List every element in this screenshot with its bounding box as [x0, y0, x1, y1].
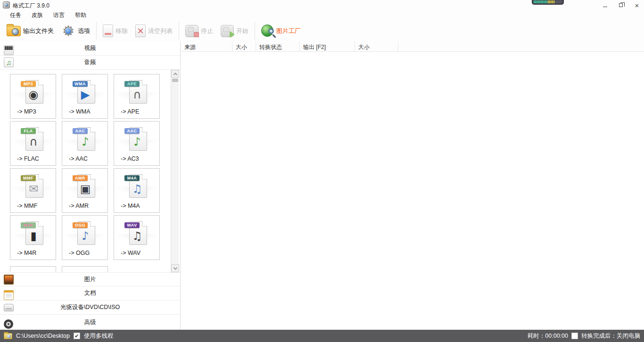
shutdown-after-label: 转换完成后：关闭电脑: [581, 332, 640, 340]
picture-factory-button[interactable]: 图片工厂: [257, 22, 305, 41]
format-card-label: -> AAC: [69, 155, 88, 162]
mmf-file-icon: MMF ✉: [23, 173, 44, 200]
format-card-partial[interactable]: [10, 266, 56, 272]
aac-file-icon: AAC ♪: [74, 126, 96, 153]
clear-list-button: ✕ 清空列表: [132, 22, 176, 41]
stop-button: 停止: [182, 22, 217, 41]
menu-help[interactable]: 帮助: [70, 10, 91, 21]
options-button[interactable]: ⚙ 选项: [58, 22, 94, 41]
format-card-label: -> MMF: [17, 203, 37, 209]
equalizer-bars-yellow: [548, 0, 554, 3]
format-card-wma[interactable]: WMA ▶ -> WMA: [62, 74, 108, 119]
column-status[interactable]: 转换状态: [256, 41, 300, 51]
picture-factory-label: 图片工厂: [276, 27, 301, 35]
format-card-ac3[interactable]: AAC ♪ -> AC3: [114, 121, 160, 166]
stop-label: 停止: [201, 27, 213, 35]
m4a-file-icon: M4A ♫: [126, 173, 148, 200]
restore-icon: [619, 3, 623, 7]
section-video-label: 视频: [0, 44, 180, 52]
restore-button[interactable]: [617, 1, 625, 9]
format-card-mp3[interactable]: MP3 ◉ -> MP3: [10, 74, 56, 119]
shutdown-after-checkbox[interactable]: [571, 333, 578, 339]
menu-skin[interactable]: 皮肤: [26, 10, 48, 21]
start-label: 开始: [236, 27, 248, 35]
format-card-mmf[interactable]: MMF ✉ -> MMF: [10, 168, 56, 213]
close-button[interactable]: ×: [633, 1, 641, 9]
column-output[interactable]: 输出 [F2]: [300, 41, 355, 51]
clear-list-icon: ✕: [135, 24, 146, 37]
amr-file-icon: AMR ▣: [74, 173, 96, 200]
section-picture[interactable]: 图片: [0, 272, 180, 286]
format-card-label: -> APE: [121, 108, 139, 115]
column-source[interactable]: 来源: [181, 41, 232, 51]
format-card-label: -> M4R: [17, 250, 36, 256]
toolbar-separator: [96, 22, 97, 40]
section-document[interactable]: 文档: [0, 286, 180, 301]
format-card-label: -> AC3: [121, 155, 139, 162]
output-path-folder-icon[interactable]: [4, 333, 12, 339]
format-card-label: -> OGG: [69, 250, 90, 256]
menu-language[interactable]: 语言: [48, 10, 70, 21]
menu-task[interactable]: 任务: [5, 10, 26, 21]
format-card-partial[interactable]: [62, 266, 108, 272]
window-controls: ×: [601, 0, 641, 10]
format-card-label: -> FLAC: [17, 155, 39, 162]
output-folder-button[interactable]: 输出文件夹: [3, 22, 58, 41]
format-card-ape[interactable]: APE ∩ -> APE: [114, 74, 160, 119]
flac-file-icon: FLA ∩: [23, 126, 44, 153]
options-gear-icon: ⚙: [61, 24, 75, 38]
wma-file-icon: WMA ▶: [74, 79, 96, 106]
audio-format-grid: MP3 ◉ -> MP3 WMA ▶ -> WMA APE ∩: [0, 70, 171, 272]
start-button: 开始: [217, 22, 252, 41]
task-list-body: [181, 52, 644, 330]
format-card-label: -> MP3: [17, 108, 36, 115]
category-panel: 视频 ♫ 音频 MP3 ◉ -> MP3 WMA ▶: [0, 41, 181, 330]
section-video[interactable]: 视频: [0, 41, 180, 56]
scroll-up-button[interactable]: [171, 70, 179, 78]
format-card-amr[interactable]: AMR ▣ -> AMR: [62, 168, 108, 213]
column-size-2[interactable]: 大小: [355, 41, 398, 51]
ogg-file-icon: OGG ♪: [74, 220, 96, 247]
format-card-m4a[interactable]: M4A ♫ -> M4A: [114, 168, 160, 213]
section-audio[interactable]: ♫ 音频: [0, 56, 180, 70]
scroll-down-button[interactable]: [171, 264, 179, 272]
minimize-button[interactable]: [601, 1, 609, 9]
toolbar: 输出文件夹 ⚙ 选项 移除 ✕ 清空列表 停止 开始 图片工厂: [0, 20, 644, 41]
chevron-up-icon: [173, 73, 177, 76]
mp3-file-icon: MP3 ◉: [23, 79, 44, 106]
section-advanced[interactable]: 高级: [0, 315, 180, 330]
picture-factory-globe-icon: [261, 24, 274, 37]
status-bar: C:\Users\cc\Desktop ✔ 使用多线程 耗时：00:00:00 …: [0, 330, 644, 342]
chevron-down-icon: [173, 266, 177, 269]
scrollbar-thumb[interactable]: [172, 79, 178, 82]
section-document-label: 文档: [0, 289, 180, 297]
remove-icon: [103, 24, 113, 37]
equalizer-bars-teal: [534, 0, 548, 3]
format-card-ogg[interactable]: OGG ♪ -> OGG: [62, 215, 108, 260]
format-card-wav[interactable]: WAV ♫ -> WAV: [114, 215, 160, 260]
multithread-label: 使用多线程: [84, 332, 114, 340]
m4r-file-icon: M4R ▮: [23, 220, 44, 247]
toolbar-separator: [255, 22, 255, 40]
section-advanced-label: 高级: [0, 318, 180, 326]
stop-icon: [185, 25, 198, 37]
clear-list-label: 清空列表: [148, 27, 173, 35]
section-optical-label: 光驱设备\DVD\CD\ISO: [0, 303, 180, 311]
output-folder-icon: [7, 26, 21, 36]
format-card-m4r[interactable]: M4R ▮ -> M4R: [10, 215, 56, 260]
section-picture-label: 图片: [0, 276, 180, 284]
multithread-checkbox[interactable]: ✔: [74, 333, 80, 339]
format-card-flac[interactable]: FLA ∩ -> FLAC: [10, 121, 56, 166]
elapsed-time: 耗时：00:00:00: [528, 332, 568, 340]
window-title: 格式工厂 3.9.0: [13, 2, 50, 10]
format-card-label: -> WMA: [69, 108, 90, 115]
section-optical[interactable]: 光驱设备\DVD\CD\ISO: [0, 301, 180, 315]
ac3-file-icon: AAC ♪: [126, 126, 148, 153]
equalizer-meter-icon: [532, 0, 564, 5]
format-card-aac[interactable]: AAC ♪ -> AAC: [62, 121, 108, 166]
column-size[interactable]: 大小: [232, 41, 256, 51]
format-card-label: -> WAV: [121, 250, 140, 256]
format-factory-window: 格式工厂 3.9.0 × 任务 皮肤 语言 帮助 输出文件夹 ⚙ 选项: [0, 0, 644, 342]
task-list-header: 来源 大小 转换状态 输出 [F2] 大小: [181, 41, 644, 52]
format-grid-scrollbar[interactable]: [171, 70, 179, 272]
